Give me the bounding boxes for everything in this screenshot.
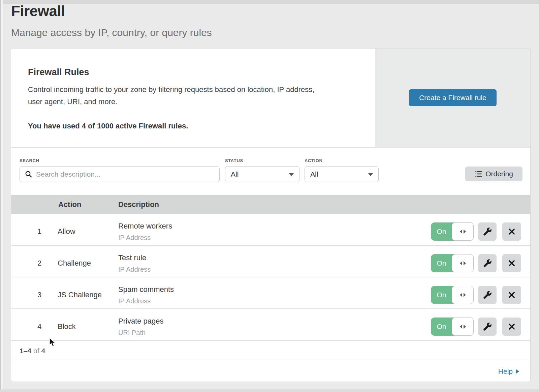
search-label: SEARCH	[20, 158, 39, 163]
delete-rule-button[interactable]	[502, 254, 521, 272]
rule-action: JS Challenge	[58, 291, 118, 299]
close-icon	[508, 291, 515, 299]
search-placeholder: Search description...	[36, 170, 100, 178]
window-edge-top	[0, 0, 539, 4]
rule-number: 3	[11, 291, 58, 299]
toggle-on-label: On	[431, 286, 452, 304]
rule-controls: On	[431, 254, 530, 272]
delete-rule-button[interactable]	[502, 318, 521, 336]
toggle-handle[interactable]	[452, 318, 474, 336]
table-row: 3 JS Challenge Spam comments IP Address …	[11, 277, 530, 309]
rule-controls: On	[431, 286, 530, 304]
edit-rule-button[interactable]	[478, 318, 497, 336]
rule-enabled-toggle[interactable]: On	[431, 222, 474, 241]
rule-action: Allow	[58, 227, 118, 236]
table-header: Action Description	[11, 195, 530, 214]
toggle-on-label: On	[431, 222, 452, 241]
table-row: 4 Block Private pages URI Path On	[11, 309, 530, 341]
firewall-rules-card: Firewall Rules Control incoming traffic …	[11, 48, 531, 382]
pagination-range: 1–4	[20, 347, 31, 355]
card-header-info: Firewall Rules Control incoming traffic …	[11, 49, 375, 147]
toggle-arrows-icon	[464, 261, 466, 265]
toggle-on-label: On	[431, 254, 452, 272]
card-footer: Help	[11, 361, 530, 382]
rule-action: Challenge	[58, 259, 118, 268]
rule-match-type: IP Address	[118, 297, 431, 305]
column-header-action: Action	[58, 195, 81, 214]
rule-number: 2	[11, 259, 58, 268]
wrench-icon	[483, 259, 492, 268]
rule-number: 4	[11, 322, 58, 331]
help-link[interactable]: Help	[498, 367, 519, 375]
status-label: STATUS	[225, 158, 243, 163]
card-header: Firewall Rules Control incoming traffic …	[11, 49, 530, 148]
status-select[interactable]: All	[225, 166, 299, 182]
rule-description: Spam comments	[118, 285, 431, 294]
rule-controls: On	[431, 318, 530, 336]
rule-description: Test rule	[118, 253, 431, 262]
toggle-handle[interactable]	[452, 286, 474, 304]
rule-description-cell: Private pages URI Path	[118, 317, 431, 337]
rule-description: Remote workers	[118, 222, 431, 231]
rule-description-cell: Spam comments IP Address	[118, 285, 431, 305]
rule-match-type: URI Path	[118, 329, 431, 337]
toggle-arrows-icon	[464, 325, 466, 329]
edit-rule-button[interactable]	[478, 254, 497, 272]
pagination-count: 4	[41, 347, 45, 355]
delete-rule-button[interactable]	[502, 222, 521, 241]
section-description: Control incoming traffic to your zone by…	[28, 84, 319, 108]
window-edge-bottom	[0, 389, 539, 392]
mouse-cursor	[49, 337, 56, 347]
ordering-button[interactable]: Ordering	[465, 167, 522, 181]
filter-bar: SEARCH Search description... STATUS All …	[11, 148, 530, 195]
status-label-group: STATUS	[225, 158, 243, 163]
section-title: Firewall Rules	[28, 67, 361, 78]
rule-description: Private pages	[118, 317, 431, 326]
rule-match-type: IP Address	[118, 234, 431, 242]
toggle-arrows-icon	[464, 293, 466, 297]
rule-action: Block	[58, 322, 118, 331]
column-header-description: Description	[118, 195, 159, 214]
search-label-group: SEARCH	[20, 158, 39, 163]
toggle-arrows-icon	[460, 325, 462, 329]
toggle-handle[interactable]	[452, 254, 474, 272]
help-arrow-icon	[516, 369, 519, 374]
action-label: ACTION	[305, 158, 322, 163]
rule-number: 1	[11, 227, 58, 236]
create-firewall-rule-button[interactable]: Create a Firewall rule	[409, 89, 497, 106]
rule-enabled-toggle[interactable]: On	[431, 318, 474, 336]
search-input[interactable]: Search description...	[20, 166, 220, 182]
edit-rule-button[interactable]	[478, 222, 497, 241]
pagination-bar: 1–4 of 4	[11, 341, 530, 361]
action-label-group: ACTION	[305, 158, 322, 163]
close-icon	[508, 260, 515, 267]
toggle-arrows-icon	[460, 230, 462, 234]
status-select-value: All	[231, 170, 239, 178]
action-select-value: All	[310, 170, 318, 178]
delete-rule-button[interactable]	[502, 286, 521, 304]
toggle-on-label: On	[431, 318, 452, 336]
rule-enabled-toggle[interactable]: On	[431, 254, 474, 272]
toggle-arrows-icon	[464, 230, 466, 234]
table-row: 2 Challenge Test rule IP Address On	[11, 246, 530, 277]
table-row: 1 Allow Remote workers IP Address On	[11, 214, 530, 246]
edit-rule-button[interactable]	[478, 286, 497, 304]
action-select[interactable]: All	[305, 166, 379, 182]
rule-description-cell: Test rule IP Address	[118, 253, 431, 273]
wrench-icon	[483, 322, 492, 331]
rule-enabled-toggle[interactable]: On	[431, 286, 474, 304]
usage-summary: You have used 4 of 1000 active Firewall …	[28, 122, 361, 130]
search-icon	[25, 171, 32, 178]
page-subtitle: Manage access by IP, country, or query r…	[11, 27, 212, 38]
toggle-handle[interactable]	[452, 222, 474, 241]
chevron-down-icon	[289, 173, 294, 176]
rule-match-type: IP Address	[118, 265, 431, 273]
pagination-of: of	[33, 347, 39, 355]
rule-controls: On	[431, 222, 530, 241]
table-body: 1 Allow Remote workers IP Address On 2 C…	[11, 214, 530, 341]
page-title: Firewall	[11, 3, 65, 20]
wrench-icon	[483, 291, 492, 299]
close-icon	[508, 323, 515, 330]
card-header-panel: Create a Firewall rule	[375, 49, 530, 147]
window-edge-left-highlight	[1, 0, 3, 392]
